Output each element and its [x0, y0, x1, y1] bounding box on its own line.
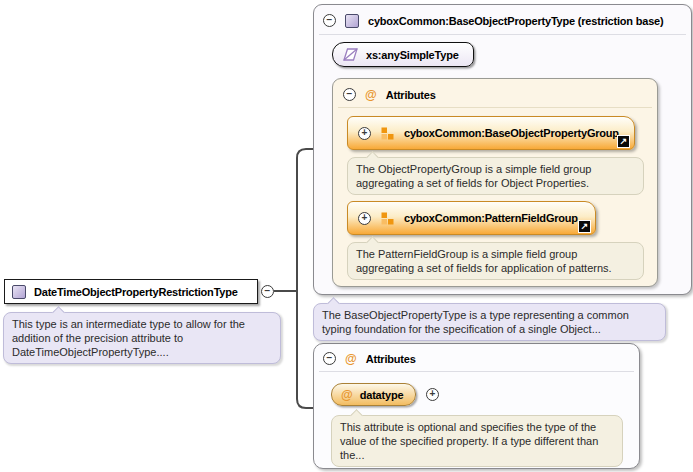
collapse-toggle-icon[interactable]: − — [343, 88, 356, 101]
bubble-caret — [350, 409, 363, 422]
base-type-box: − cyboxCommon:BaseObjectPropertyType (re… — [313, 4, 692, 295]
attributes-section-label: Attributes — [366, 353, 416, 365]
simple-type-icon — [343, 48, 358, 61]
header-separator — [319, 34, 686, 35]
complex-type-icon — [12, 285, 26, 299]
schema-diagram: DateTimeObjectPropertyRestrictionType − … — [0, 0, 693, 472]
base-type-title: cyboxCommon:BaseObjectPropertyType (rest… — [368, 15, 663, 27]
attr-group-label: cyboxCommon:PatternFieldGroup — [404, 212, 578, 224]
link-arrow-icon[interactable]: ↗ — [578, 220, 591, 233]
attributes-section-label: Attributes — [386, 89, 436, 101]
attributes-header: − @ Attributes — [333, 79, 657, 107]
attr-group-description-text: The PatternFieldGroup is a simple field … — [356, 248, 612, 274]
base-type-header: − cyboxCommon:BaseObjectPropertyType (re… — [314, 5, 691, 34]
datatype-attribute-label: datatype — [360, 389, 404, 401]
attribute-at-icon: @ — [341, 389, 353, 401]
base-type-description-bubble: The BaseObjectPropertyType is a type rep… — [313, 303, 666, 341]
expand-toggle-icon[interactable]: + — [358, 127, 371, 140]
attribute-at-icon: @ — [365, 89, 377, 101]
attr-group-icon — [381, 212, 394, 225]
base-type-description-text: The BaseObjectPropertyType is a type rep… — [322, 309, 629, 335]
attributes-panel: − @ Attributes + cyboxCommon:BaseObjectP… — [332, 78, 658, 287]
attr-group-icon — [381, 127, 394, 140]
attribute-description-text: This attribute is optional and specifies… — [340, 421, 598, 461]
expand-toggle-icon[interactable]: + — [358, 212, 371, 225]
complex-type-icon — [345, 14, 359, 28]
bubble-caret — [366, 151, 379, 164]
attr-group-description-bubble: The PatternFieldGroup is a simple field … — [347, 242, 644, 280]
collapse-toggle-icon[interactable]: − — [261, 285, 274, 298]
bubble-caret — [366, 236, 379, 249]
node-description-bubble: This type is an intermediate type to all… — [3, 312, 281, 364]
simple-type-pill[interactable]: xs:anySimpleType — [332, 42, 474, 67]
attr-group-description-text: The ObjectPropertyGroup is a simple fiel… — [356, 163, 591, 189]
attr-group-description-bubble: The ObjectPropertyGroup is a simple fiel… — [347, 157, 644, 195]
attribute-description-bubble: This attribute is optional and specifies… — [331, 415, 623, 467]
attr-group-label: cyboxCommon:BaseObjectPropertyGroup — [404, 127, 619, 139]
node-title: DateTimeObjectPropertyRestrictionType — [34, 286, 238, 298]
collapse-toggle-icon[interactable]: − — [323, 352, 336, 365]
attributes-separator — [319, 371, 634, 372]
local-attributes-header: − @ Attributes — [314, 344, 639, 371]
local-attributes-box: − @ Attributes @ datatype + This attribu… — [313, 343, 640, 469]
link-arrow-icon[interactable]: ↗ — [617, 135, 630, 148]
attr-group-box[interactable]: + cyboxCommon:BaseObjectPropertyGroup ↗ — [347, 116, 635, 150]
simple-type-label: xs:anySimpleType — [366, 49, 459, 61]
datatype-attribute-pill[interactable]: @ datatype — [331, 383, 416, 406]
attr-group-box[interactable]: + cyboxCommon:PatternFieldGroup ↗ — [347, 201, 596, 235]
node-description-text: This type is an intermediate type to all… — [12, 318, 245, 358]
attribute-at-icon: @ — [345, 353, 357, 365]
restriction-type-node[interactable]: DateTimeObjectPropertyRestrictionType — [4, 279, 258, 304]
collapse-toggle-icon[interactable]: − — [323, 14, 336, 27]
expand-toggle-icon[interactable]: + — [426, 388, 439, 401]
attributes-separator — [338, 107, 652, 108]
